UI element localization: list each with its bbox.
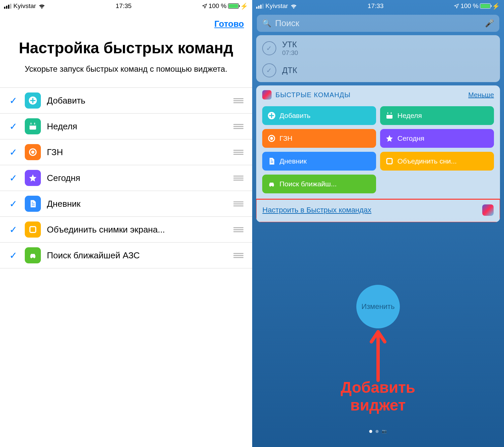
widget-title: БЫСТРЫЕ КОМАНДЫ — [276, 91, 464, 99]
camera-icon: 📷 — [382, 429, 387, 434]
check-icon[interactable]: ✓ — [9, 198, 19, 209]
svg-rect-13 — [387, 112, 388, 114]
target-icon — [25, 144, 41, 160]
battery-icon — [480, 3, 491, 9]
shortcut-tile[interactable]: Добавить — [262, 106, 376, 125]
square-icon — [25, 221, 41, 238]
battery-label: 100 % — [460, 2, 479, 10]
doc-icon — [25, 196, 41, 212]
shortcuts-settings-screen: Kyivstar 17:35 100 % ⚡ Готово Настройка … — [0, 0, 252, 447]
drag-handle-icon[interactable] — [233, 176, 245, 181]
signal-icon — [256, 4, 264, 9]
tile-label: Дневник — [280, 157, 307, 165]
tile-label: Сегодня — [398, 134, 424, 142]
configure-link[interactable]: Настроить в Быстрых командах — [263, 206, 372, 214]
header: Настройка быстрых команд Ускорьте запуск… — [0, 33, 252, 87]
search-icon: 🔍 — [262, 19, 271, 28]
today-view-screen: Kyivstar 17:33 100 % ⚡ 🔍 Поиск 🎤 ✓ УТК 0… — [252, 0, 504, 447]
check-icon[interactable]: ✓ — [9, 173, 19, 184]
tile-label: Поиск ближайш... — [280, 180, 337, 188]
car-icon — [25, 247, 41, 263]
star-icon — [385, 134, 393, 142]
status-bar: Kyivstar 17:35 100 % ⚡ — [0, 0, 252, 12]
annotation-text: Добавить виджет — [315, 379, 441, 414]
mic-icon[interactable]: 🎤 — [485, 19, 494, 28]
shortcut-row[interactable]: ✓ Сегодня — [0, 165, 252, 191]
widget-footer-highlighted: Настроить в Быстрых командах — [256, 199, 500, 222]
svg-rect-2 — [29, 124, 36, 125]
time-label: 17:33 — [368, 2, 384, 10]
location-icon — [454, 3, 459, 9]
svg-point-8 — [31, 257, 32, 258]
svg-rect-4 — [34, 123, 35, 124]
shortcut-row[interactable]: ✓ ГЗН — [0, 139, 252, 165]
svg-point-16 — [271, 137, 273, 139]
shortcut-tile[interactable]: Сегодня — [380, 129, 494, 148]
battery-label: 100 % — [209, 2, 227, 10]
shortcut-row[interactable]: ✓ Добавить — [0, 88, 252, 114]
search-placeholder: Поиск — [275, 18, 481, 28]
shortcut-label: ГЗН — [47, 147, 227, 157]
plus-icon — [25, 92, 41, 109]
drag-handle-icon[interactable] — [233, 227, 245, 232]
shortcut-tile[interactable]: Объединить сни... — [380, 152, 494, 171]
calendar-icon — [385, 112, 393, 120]
reminder-row[interactable]: ✓ ДТК — [256, 60, 500, 81]
doc-icon — [268, 157, 276, 165]
check-icon[interactable]: ✓ — [9, 147, 19, 158]
edit-button[interactable]: Изменить — [356, 285, 400, 328]
status-bar: Kyivstar 17:33 100 % ⚡ — [252, 0, 504, 12]
drag-handle-icon[interactable] — [233, 201, 245, 206]
reminders-widget: ✓ УТК 07:30 ✓ ДТК — [256, 35, 500, 82]
reminder-text: УТК 07:30 — [282, 40, 298, 57]
page-title: Настройка быстрых команд — [13, 39, 239, 57]
shortcuts-app-icon — [262, 90, 272, 100]
shortcut-row[interactable]: ✓ Объединить снимки экрана... — [0, 217, 252, 243]
car-icon — [268, 180, 276, 188]
check-icon[interactable]: ✓ — [9, 95, 19, 106]
page-indicator: 📷 — [369, 429, 387, 434]
search-input[interactable]: 🔍 Поиск 🎤 — [257, 15, 500, 32]
shortcut-tile[interactable]: Неделя — [380, 106, 494, 125]
location-icon — [202, 3, 207, 9]
check-icon[interactable]: ✓ — [9, 121, 19, 132]
shortcut-label: Поиск ближайшей АЗС — [47, 250, 227, 261]
shortcut-row[interactable]: ✓ Поиск ближайшей АЗС — [0, 243, 252, 268]
shortcut-row[interactable]: ✓ Дневник — [0, 191, 252, 217]
check-circle-icon[interactable]: ✓ — [262, 63, 276, 77]
done-button[interactable]: Готово — [214, 19, 244, 29]
tile-label: Неделя — [398, 112, 422, 120]
check-icon[interactable]: ✓ — [9, 250, 19, 261]
drag-handle-icon[interactable] — [233, 124, 245, 129]
drag-handle-icon[interactable] — [233, 150, 245, 155]
drag-handle-icon[interactable] — [233, 253, 245, 258]
calendar-icon — [25, 118, 41, 134]
shortcut-tile[interactable]: ГЗН — [262, 129, 376, 148]
plus-icon — [268, 112, 276, 120]
drag-handle-icon[interactable] — [233, 98, 245, 103]
check-icon[interactable]: ✓ — [9, 224, 19, 235]
svg-rect-17 — [387, 158, 392, 164]
svg-rect-7 — [30, 227, 35, 232]
shortcut-tile[interactable]: Дневник — [262, 152, 376, 171]
signal-icon — [4, 4, 11, 9]
reminder-text: ДТК — [282, 66, 297, 75]
shortcut-label: Объединить снимки экрана... — [47, 225, 227, 235]
tile-label: Добавить — [280, 112, 311, 120]
wifi-icon — [290, 3, 297, 9]
shortcut-row[interactable]: ✓ Неделя — [0, 114, 252, 139]
target-icon — [268, 134, 276, 142]
shortcuts-widget: БЫСТРЫЕ КОМАНДЫ Меньше Добавить Неделя Г… — [256, 85, 500, 222]
shortcut-tile[interactable]: Поиск ближайш... — [262, 175, 376, 193]
wifi-icon — [38, 3, 46, 9]
time-label: 17:35 — [116, 2, 132, 10]
star-icon — [25, 170, 41, 186]
show-less-button[interactable]: Меньше — [468, 91, 494, 99]
check-circle-icon[interactable]: ✓ — [262, 41, 276, 55]
shortcut-label: Неделя — [47, 121, 227, 132]
carrier-label: Kyivstar — [266, 2, 288, 10]
reminder-row[interactable]: ✓ УТК 07:30 — [256, 37, 500, 60]
shortcuts-app-icon[interactable] — [482, 204, 494, 216]
charging-icon: ⚡ — [492, 2, 500, 10]
shortcut-list: ✓ Добавить ✓ Неделя ✓ ГЗН ✓ Сегодня ✓ Дн… — [0, 87, 252, 268]
